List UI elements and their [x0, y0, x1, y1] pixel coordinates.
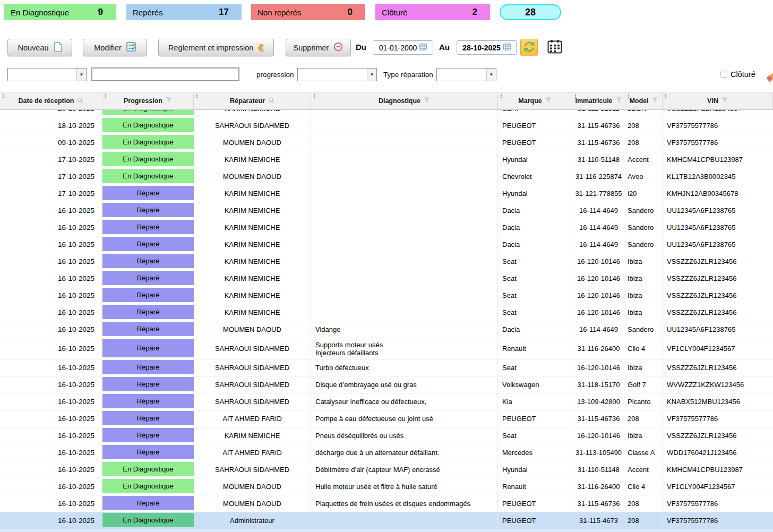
column-header[interactable]: Réparateur	[194, 92, 311, 109]
date-from-field[interactable]: 01-01-2000	[373, 40, 433, 55]
progression-badge: Réparé	[102, 254, 194, 268]
cell-reparateur: MOUMEN DAOUD	[194, 168, 311, 185]
cell-model: Clio 4	[625, 338, 663, 359]
cell-progression: En Diagnostique	[102, 134, 194, 151]
cell-model: 208	[625, 512, 663, 529]
column-header[interactable]: Date de réception	[0, 92, 102, 109]
filter-icon[interactable]	[166, 97, 172, 105]
cell-reparateur: AIT AHMED FARID	[194, 410, 311, 427]
calendar-icon	[547, 39, 562, 56]
cell-immatricule: 31-121-778855	[572, 185, 625, 202]
search-icon[interactable]	[268, 97, 274, 105]
table-row[interactable]: 16-10-2025 Réparé KARIM NEMICHE Seat 16-…	[0, 253, 773, 270]
cell-diagnostique	[311, 253, 498, 270]
counter-total: 28	[500, 4, 561, 20]
table-row[interactable]: 16-10-2025 Réparé SAHRAOUI SIDAHMED Turb…	[0, 359, 773, 376]
eraser-icon[interactable]	[763, 68, 773, 82]
cell-diagnostique: Plaquettes de frein usées et disques end…	[311, 495, 498, 512]
column-grip-icon[interactable]	[105, 95, 106, 96]
cloture-checkbox[interactable]	[720, 71, 727, 78]
table-row[interactable]: 18-10-2025 En Diagnostique SAHRAOUI SIDA…	[0, 117, 773, 134]
table-row[interactable]: 16-10-2025 Réparé AIT AHMED FARID Pompe …	[0, 410, 773, 427]
table-row[interactable]: 09-10-2025 En Diagnostique MOUMEN DAOUD …	[0, 134, 773, 151]
table-row[interactable]: 17-10-2025 En Diagnostique MOUMEN DAOUD …	[0, 168, 773, 185]
filter-icon[interactable]	[652, 97, 658, 105]
cell-progression: Réparé	[102, 202, 194, 219]
column-header[interactable]: Diagnostique	[311, 92, 498, 109]
reglement-impression-button[interactable]: Reglement et impression €	[158, 39, 274, 56]
column-grip-icon[interactable]	[665, 95, 666, 96]
nouveau-button-label: Nouveau	[18, 44, 48, 52]
table-row[interactable]: 16-10-2025 Réparé KARIM NEMICHE Dacia 16…	[0, 219, 773, 236]
cell-diagnostique	[311, 304, 498, 321]
cell-vin: VF1CLY004F1234567	[663, 478, 773, 495]
table-row[interactable]: 16-10-2025 Réparé KARIM NEMICHE Seat 16-…	[0, 287, 773, 304]
cell-vin: KL1TB12A3B0002345	[663, 168, 773, 185]
column-grip-icon[interactable]	[575, 95, 576, 96]
cell-vin: UU12345A6F1238765	[663, 219, 773, 236]
cell-model: LEON	[625, 110, 663, 117]
column-grip-icon[interactable]	[3, 95, 4, 96]
cell-date-reception: 16-10-2025	[0, 236, 102, 253]
au-label: Au	[439, 42, 450, 52]
table-row[interactable]: 17-10-2025 Réparé KARIM NEMICHE Hyundai …	[0, 185, 773, 202]
search-icon[interactable]	[77, 97, 83, 105]
type-reparation-label: Type réparation	[383, 71, 433, 79]
progression-badge: En Diagnostique	[102, 462, 194, 476]
cell-immatricule: 31-111-51511	[572, 110, 625, 117]
supprimer-button[interactable]: Supprimer	[286, 39, 351, 56]
table-row[interactable]: 16-10-2025 Réparé KARIM NEMICHE Pneus dé…	[0, 427, 773, 444]
cell-reparateur: MOUMEN DAOUD	[194, 321, 311, 338]
cell-immatricule: 31-115-46736	[572, 410, 625, 427]
cell-progression: Réparé	[102, 338, 194, 359]
filter-icon[interactable]	[424, 97, 430, 105]
cell-reparateur: Administrateur	[194, 512, 311, 529]
table-row[interactable]: 16-10-2025 Réparé KARIM NEMICHE Dacia 16…	[0, 236, 773, 253]
table-row[interactable]: 16-10-2025 Réparé AIT AHMED FARID déchar…	[0, 444, 773, 461]
table-row[interactable]: 17-10-2025 En Diagnostique KARIM NEMICHE…	[0, 151, 773, 168]
column-grip-icon[interactable]	[196, 95, 197, 96]
search-input[interactable]	[91, 67, 239, 81]
cell-date-reception: 17-10-2025	[0, 185, 102, 202]
calendar-button[interactable]	[547, 40, 563, 55]
table-row[interactable]: 16-10-2025 Réparé SAHRAOUI SIDAHMED Cata…	[0, 393, 773, 410]
table-row[interactable]: 16-10-2025 Réparé KARIM NEMICHE Dacia 16…	[0, 202, 773, 219]
column-header[interactable]: Marque	[498, 92, 572, 109]
modifier-button[interactable]: Modifier	[83, 39, 147, 56]
refresh-button[interactable]	[520, 39, 538, 56]
filter-icon[interactable]	[545, 97, 552, 105]
table-row[interactable]: 16-10-2025 Réparé MOUMEN DAOUD Plaquette…	[0, 495, 773, 512]
table-row[interactable]: 16-10-2025 Réparé KARIM NEMICHE Seat 16-…	[0, 270, 773, 287]
column-grip-icon[interactable]	[314, 95, 315, 96]
column-header[interactable]: Immatricule	[572, 92, 625, 109]
table-row[interactable]: 16-10-2025 Réparé MOUMEN DAOUD Vidange D…	[0, 321, 773, 338]
column-header[interactable]: Progression	[102, 92, 194, 109]
table-row[interactable]: 16-10-2025 Réparé SAHRAOUI SIDAHMED Supp…	[0, 338, 773, 359]
table-row[interactable]: 16-10-2025 Réparé SAHRAOUI SIDAHMED Disq…	[0, 376, 773, 393]
column-filter-combobox[interactable]: ▼	[7, 68, 87, 81]
edit-checklist-icon	[126, 42, 136, 53]
progression-combobox[interactable]: ▼	[297, 68, 377, 81]
table-row[interactable]: 16-10-2025 En Diagnostique MOUMEN DAOUD …	[0, 478, 773, 495]
column-grip-icon[interactable]	[628, 95, 629, 96]
cell-reparateur: KARIM NEMICHE	[194, 287, 311, 304]
table-row[interactable]: 16-10-2025 Réparé KARIM NEMICHE Seat 16-…	[0, 304, 773, 321]
filter-icon[interactable]	[722, 97, 728, 105]
table-row[interactable]: 16-10-2025 En Diagnostique SAHRAOUI SIDA…	[0, 461, 773, 478]
cell-immatricule: 16-120-10146	[572, 270, 625, 287]
type-reparation-combobox[interactable]: ▼	[436, 68, 496, 81]
repairs-table: Date de réception Progression Réparateur…	[0, 92, 773, 532]
cell-model: Ibiza	[625, 270, 663, 287]
cell-model: Ibiza	[625, 253, 663, 270]
table-row[interactable]: 20-10-2025 En Diagnostique KARIM NEMICHE…	[0, 110, 773, 117]
column-grip-icon[interactable]	[501, 95, 502, 96]
column-header[interactable]: VIN	[663, 92, 773, 109]
filter-icon[interactable]	[616, 97, 622, 105]
cell-date-reception: 16-10-2025	[0, 202, 102, 219]
table-row[interactable]: 16-10-2025 En Diagnostique Administrateu…	[0, 512, 773, 529]
cell-date-reception: 18-10-2025	[0, 117, 102, 134]
column-header[interactable]: Model	[625, 92, 663, 109]
date-to-field[interactable]: 28-10-2025	[457, 40, 517, 55]
nouveau-button[interactable]: Nouveau	[7, 39, 72, 56]
cell-immatricule: 31-115-46736	[572, 117, 625, 134]
